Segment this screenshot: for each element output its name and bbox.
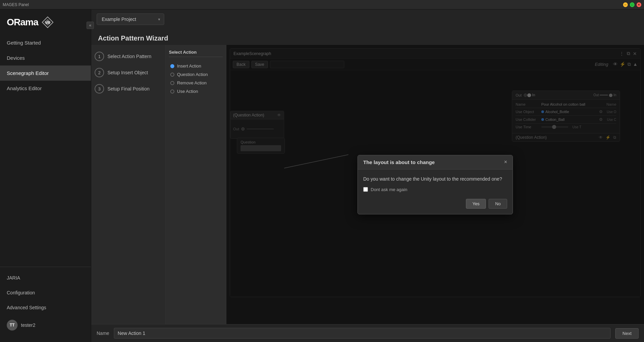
dialog-header: The layout is about to change × xyxy=(358,155,513,169)
step-circle-3: 3 xyxy=(95,84,104,94)
action-option-use[interactable]: Use Action xyxy=(169,87,223,96)
title-bar: MAGES Panel ─ □ ✕ xyxy=(0,0,644,9)
minimize-button[interactable]: ─ xyxy=(623,2,628,7)
action-panel-title: Select Action xyxy=(169,50,223,57)
sidebar-item-scenegraph-editor[interactable]: Scenegraph Editor xyxy=(0,65,91,81)
action-panel: Select Action Insert Action Question Act… xyxy=(166,45,226,324)
dialog-no-button[interactable]: No xyxy=(489,199,507,209)
step-label-2: Setup Insert Object xyxy=(107,70,148,75)
radio-question xyxy=(170,73,174,77)
action-label-use: Use Action xyxy=(177,89,198,94)
sidebar-item-label: Advanced Settings xyxy=(7,305,46,310)
project-dropdown-wrap: Example Project xyxy=(97,14,164,25)
main-layout: ORama VR Getting Started Devices Scenegr… xyxy=(0,9,644,342)
sidebar-item-label: Configuration xyxy=(7,290,35,295)
user-area[interactable]: TT tester2 xyxy=(0,315,91,335)
action-option-insert[interactable]: Insert Action xyxy=(169,62,223,70)
radio-use xyxy=(170,89,174,94)
step-circle-1: 1 xyxy=(95,52,104,61)
avatar: TT xyxy=(7,320,18,331)
sidebar-item-configuration[interactable]: Configuration xyxy=(0,285,91,300)
dialog-box: The layout is about to change × Do you w… xyxy=(357,155,513,214)
dialog-checkbox-row: Dont ask me again xyxy=(363,187,507,192)
step-label-1: Select Action Pattern xyxy=(107,54,151,59)
action-option-question[interactable]: Question Action xyxy=(169,70,223,79)
name-label: Name xyxy=(97,331,109,336)
top-bar: Example Project xyxy=(91,9,644,29)
action-label-question: Question Action xyxy=(177,72,208,77)
wizard-area: Action Pattern Wizard 1 Select Action Pa… xyxy=(91,29,644,342)
radio-remove xyxy=(170,81,174,85)
step-item-3[interactable]: 3 Setup Final Position xyxy=(95,84,162,94)
wizard-bottom: Name Next xyxy=(91,324,644,342)
step-item-1[interactable]: 1 Select Action Pattern xyxy=(95,52,162,61)
wizard-title: Action Pattern Wizard xyxy=(91,29,644,45)
content-area: Example Project Action Pattern Wizard 1 … xyxy=(91,9,644,342)
dialog-close-button[interactable]: × xyxy=(504,159,507,165)
step-label-3: Setup Final Position xyxy=(107,86,150,91)
radio-insert xyxy=(170,64,174,68)
sidebar-item-getting-started[interactable]: Getting Started xyxy=(0,35,91,50)
sidebar-item-analytics-editor[interactable]: Analytics Editor xyxy=(0,81,91,96)
dialog-title: The layout is about to change xyxy=(363,159,435,165)
logo-icon: VR xyxy=(42,16,54,28)
wizard-content: 1 Select Action Pattern 2 Setup Insert O… xyxy=(91,45,644,324)
sidebar-item-label: JARIA xyxy=(7,275,20,281)
dialog-body: Do you want to change the Unity layout t… xyxy=(358,169,513,214)
action-label-remove: Remove Action xyxy=(177,80,206,85)
scenegraph-outer: ExampleScenegraph ⋮ ⧉ ✕ Back Save Editin… xyxy=(226,45,644,324)
next-button[interactable]: Next xyxy=(615,328,639,339)
sidebar-item-label: Analytics Editor xyxy=(7,85,42,91)
action-option-remove[interactable]: Remove Action xyxy=(169,79,223,87)
logo-text: ORama xyxy=(7,17,38,28)
sidebar-item-advanced-settings[interactable]: Advanced Settings xyxy=(0,300,91,315)
dont-ask-checkbox[interactable] xyxy=(363,187,368,192)
sidebar-item-devices[interactable]: Devices xyxy=(0,50,91,65)
step-item-2[interactable]: 2 Setup Insert Object xyxy=(95,68,162,77)
action-label-insert: Insert Action xyxy=(177,63,201,69)
dialog-yes-button[interactable]: Yes xyxy=(466,199,486,209)
dont-ask-label: Dont ask me again xyxy=(371,187,407,192)
steps-panel: 1 Select Action Pattern 2 Setup Insert O… xyxy=(91,45,166,324)
logo-area: ORama VR xyxy=(0,9,91,32)
name-input[interactable] xyxy=(114,328,611,339)
username: tester2 xyxy=(21,322,35,328)
project-dropdown[interactable]: Example Project xyxy=(97,14,164,25)
sidebar-item-label: Devices xyxy=(7,55,25,61)
dialog-message: Do you want to change the Unity layout t… xyxy=(363,176,507,182)
sidebar-nav: Getting Started Devices Scenegraph Edito… xyxy=(0,32,91,267)
sidebar-item-jaria[interactable]: JARIA xyxy=(0,270,91,285)
svg-text:VR: VR xyxy=(45,21,50,25)
title-bar-controls: ─ □ ✕ xyxy=(623,2,641,7)
sidebar-item-label: Getting Started xyxy=(7,40,41,46)
collapse-sidebar-button[interactable]: « xyxy=(86,22,94,29)
sidebar: ORama VR Getting Started Devices Scenegr… xyxy=(0,9,91,342)
maximize-button[interactable]: □ xyxy=(630,2,635,7)
close-button[interactable]: ✕ xyxy=(637,2,641,7)
title-bar-title: MAGES Panel xyxy=(3,2,623,7)
step-circle-2: 2 xyxy=(95,68,104,77)
dialog-overlay: The layout is about to change × Do you w… xyxy=(226,45,644,324)
dialog-footer: Yes No xyxy=(363,199,507,209)
sidebar-bottom: JARIA Configuration Advanced Settings TT… xyxy=(0,267,91,342)
sidebar-item-label: Scenegraph Editor xyxy=(7,70,49,76)
